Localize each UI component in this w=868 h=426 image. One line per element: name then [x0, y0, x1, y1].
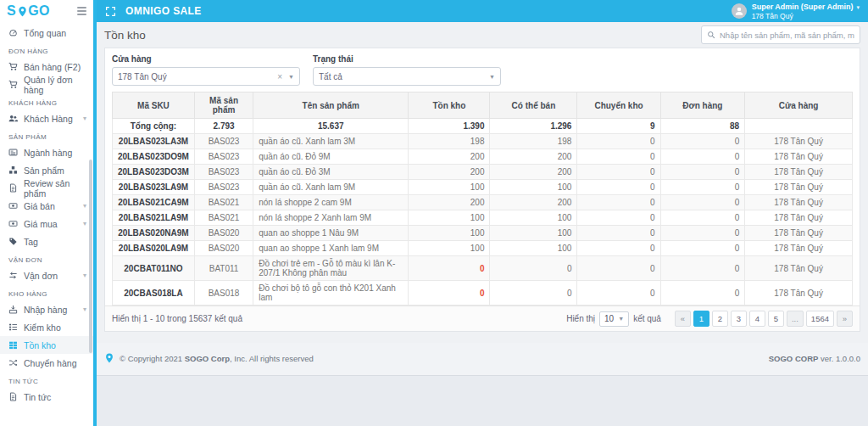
- sidebar-item-san-pham[interactable]: Sản phẩm: [0, 161, 93, 179]
- sidebar-item-label: Ngành hàng: [24, 148, 72, 158]
- table-row[interactable]: 20LBAS020LA9MBAS020quan ao shoppe 1 Xanh…: [113, 241, 853, 256]
- inventory-icon: [8, 340, 18, 350]
- sidebar-item-kiem-kho[interactable]: Kiểm kho: [0, 318, 93, 336]
- table-row[interactable]: 20LBAS021LA9MBAS021nón lá shoppe 2 Xanh …: [113, 210, 853, 226]
- page-button-last[interactable]: 1564: [806, 311, 834, 327]
- table-row[interactable]: 20LBAS023DO9MBAS023quần áo cũ. Đỏ 9M2002…: [113, 149, 853, 165]
- fullscreen-toggle-icon[interactable]: [105, 6, 116, 17]
- prev-page-button[interactable]: «: [675, 311, 691, 327]
- tag-icon: [8, 237, 18, 246]
- sidebar-section-san-pham: SẢN PHẨM: [0, 127, 93, 143]
- pagination-bar: Hiển thị 1 - 10 trong 15637 kết quả Hiển…: [105, 305, 860, 331]
- table-row[interactable]: 20LBAS023LA3MBAS023quần áo cũ. Xanh lam …: [113, 134, 853, 149]
- page-button-4[interactable]: 4: [749, 311, 765, 327]
- page-size-select[interactable]: 10 ▼: [599, 311, 629, 327]
- clear-icon[interactable]: ×: [277, 72, 282, 81]
- status-filter-select[interactable]: Tất cả ▼: [313, 67, 501, 86]
- results-summary: Hiển thị 1 - 10 trong 15637 kết quả: [112, 314, 242, 323]
- status-filter-value: Tất cả: [319, 72, 489, 81]
- page-header: Tồn kho: [97, 22, 868, 48]
- col-co-the-ban: Có thể bán: [490, 92, 577, 119]
- chevron-down-icon: ▾: [83, 272, 86, 279]
- table-row[interactable]: 20LBAS020NA9MBAS020quan ao shoppe 1 Nâu …: [113, 226, 853, 241]
- next-page-button[interactable]: »: [837, 311, 853, 327]
- table-row[interactable]: 20CBAS018LABAS018Đồ chơi bộ tô gỗ con th…: [113, 281, 853, 305]
- chevron-down-icon: ▾: [83, 221, 86, 227]
- col-cua-hang: Cửa hàng: [745, 92, 853, 119]
- totals-row: Tổng cộng: 2.793 15.637 1.390 1.296 9 88: [113, 119, 853, 134]
- sidebar-item-gia-mua[interactable]: Giá mua▾: [0, 215, 93, 233]
- table-row[interactable]: 20LBAS023DO3MBAS023quần áo cũ. Đỏ 3M2002…: [113, 165, 853, 180]
- table-row[interactable]: 20CBAT011NOBAT011Đồ chơi trẻ em - Gỗ tô …: [113, 256, 853, 281]
- sidebar-item-review-san-pham[interactable]: Review sản phẩm: [0, 179, 93, 197]
- sidebar-item-label: Giá mua: [24, 219, 58, 229]
- sidebar-item-label: Chuyển hàng: [24, 358, 76, 368]
- cart-manage-icon: [8, 80, 18, 89]
- table-row[interactable]: 20LBAS021CA9MBAS021nón lá shoppe 2 cam 9…: [113, 195, 853, 210]
- chevron-down-icon: ▾: [83, 306, 86, 313]
- page-ellipsis: ...: [787, 311, 804, 327]
- sidebar-item-label: Tổng quan: [24, 28, 66, 38]
- user-name: Super Admin (Super Admin): [752, 3, 854, 12]
- col-ton-kho: Tồn kho: [409, 92, 490, 119]
- newspaper-icon: [8, 148, 18, 157]
- app-title: OMNIGO SALE: [125, 5, 202, 17]
- table-row[interactable]: 20LBAS023LA9MBAS023quần áo cũ. Xanh lam …: [113, 180, 853, 195]
- table-header-row: Mã SKU Mã sản phẩm Tên sản phẩm Tồn kho …: [113, 92, 853, 119]
- inventory-panel: Cửa hàng 178 Tân Quý × ▼ Trạng thái Tất …: [104, 48, 860, 332]
- user-menu[interactable]: Super Admin (Super Admin)▾ 178 Tân Quý: [732, 3, 860, 20]
- col-don-hang: Đơn hàng: [660, 92, 745, 119]
- inventory-table-wrap: Mã SKU Mã sản phẩm Tên sản phẩm Tồn kho …: [105, 92, 860, 305]
- map-pin-icon: [104, 352, 114, 364]
- caret-down-icon: ▼: [489, 74, 495, 80]
- chevron-down-icon: ▾: [83, 203, 86, 210]
- sidebar-item-tin-tuc[interactable]: Tin tức: [0, 388, 93, 406]
- sogo-logo[interactable]: SGO: [7, 3, 50, 19]
- sidebar-item-tong-quan[interactable]: Tổng quan: [0, 24, 93, 42]
- app-window: SGO Tổng quan ĐƠN HÀNG Bán hàng (F2) Quả…: [0, 0, 868, 426]
- search-icon: [707, 31, 715, 39]
- caret-down-icon: ▼: [618, 316, 624, 322]
- hamburger-menu-icon[interactable]: [77, 7, 86, 15]
- file-icon: [8, 183, 18, 193]
- page-button-2[interactable]: 2: [712, 311, 728, 327]
- page-button-3[interactable]: 3: [731, 311, 747, 327]
- footer: © Copyright 2021 SOGO Corp, Inc. All rig…: [97, 343, 868, 376]
- sidebar-item-label: Khách Hàng: [24, 114, 73, 124]
- sidebar-item-ban-hang[interactable]: Bán hàng (F2): [0, 58, 93, 76]
- sidebar-item-label: Vận đơn: [24, 271, 58, 281]
- sidebar-item-khach-hang[interactable]: Khách Hàng▾: [0, 109, 93, 127]
- sidebar-item-label: Nhập hàng: [24, 305, 67, 315]
- main-area: OMNIGO SALE Super Admin (Super Admin)▾ 1…: [93, 0, 868, 426]
- sidebar: SGO Tổng quan ĐƠN HÀNG Bán hàng (F2) Quả…: [0, 0, 93, 426]
- logo-text-s: S: [7, 3, 16, 19]
- topbar: OMNIGO SALE Super Admin (Super Admin)▾ 1…: [97, 0, 868, 22]
- totals-label: Tổng cộng:: [113, 119, 195, 134]
- checklist-icon: [8, 322, 18, 332]
- sidebar-item-label: Tồn kho: [24, 340, 56, 350]
- sidebar-item-van-don[interactable]: Vận đơn▾: [0, 266, 93, 284]
- sidebar-item-quan-ly-don-hang[interactable]: Quản lý đơn hàng: [0, 76, 93, 93]
- sidebar-item-label: Quản lý đơn hàng: [24, 75, 86, 95]
- sidebar-item-nganh-hang[interactable]: Ngành hàng: [0, 143, 93, 161]
- totals-orders: 88: [660, 119, 745, 134]
- store-filter-select[interactable]: 178 Tân Quý × ▼: [112, 67, 300, 86]
- sidebar-menu: Tổng quan ĐƠN HÀNG Bán hàng (F2) Quản lý…: [0, 22, 93, 406]
- sidebar-item-gia-ban[interactable]: Giá bán▾: [0, 197, 93, 215]
- sidebar-section-don-hang: ĐƠN HÀNG: [0, 42, 93, 58]
- sidebar-item-label: Kiểm kho: [24, 322, 61, 333]
- sidebar-item-nhap-hang[interactable]: Nhập hàng▾: [0, 300, 93, 318]
- page-button-1[interactable]: 1: [693, 311, 709, 327]
- search-input[interactable]: [720, 31, 854, 40]
- cart-icon: [8, 62, 18, 71]
- sidebar-item-label: Sản phẩm: [24, 165, 64, 176]
- sidebar-item-ton-kho[interactable]: Tồn kho: [0, 336, 93, 354]
- news-icon: [8, 392, 18, 401]
- sidebar-item-chuyen-hang[interactable]: Chuyển hàng: [0, 354, 93, 372]
- chevron-down-icon: ▾: [83, 115, 86, 122]
- page-button-5[interactable]: 5: [768, 311, 784, 327]
- global-search: [701, 25, 860, 44]
- sidebar-item-tag[interactable]: Tag: [0, 233, 93, 250]
- totals-sku-count: 2.793: [194, 119, 253, 134]
- sidebar-scrollbar[interactable]: [89, 160, 92, 353]
